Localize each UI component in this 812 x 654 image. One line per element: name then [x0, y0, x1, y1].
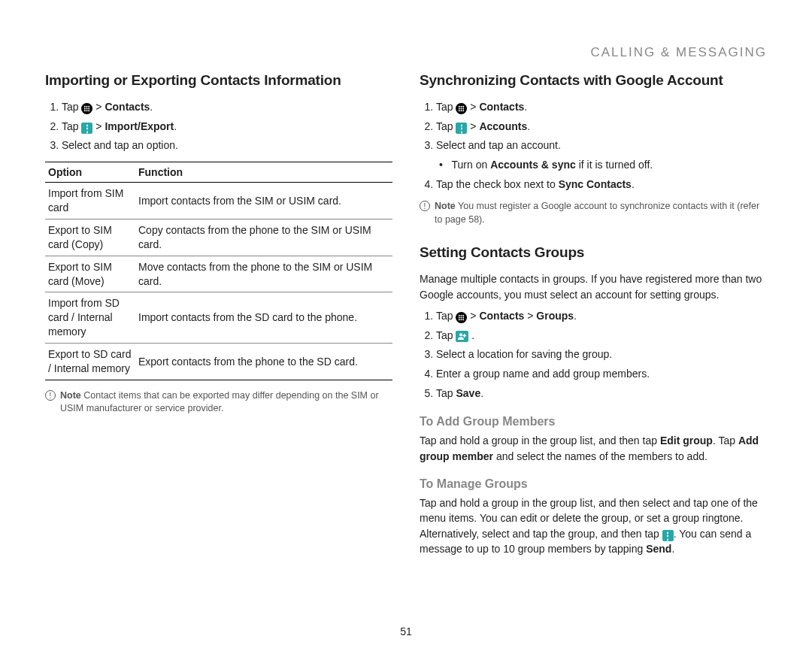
- text: Tap the check box next to: [436, 178, 559, 190]
- svg-point-2: [89, 106, 90, 107]
- text: >: [95, 101, 105, 113]
- accounts-sync-label: Accounts & sync: [490, 159, 576, 171]
- save-label: Save: [456, 387, 480, 399]
- sync-contacts-label: Sync Contacts: [559, 178, 632, 190]
- function-cell: Import contacts from the SD card to the …: [135, 292, 392, 344]
- right-column: Synchronizing Contacts with Google Accou…: [420, 72, 767, 562]
- content-columns: Importing or Exporting Contacts Informat…: [45, 72, 767, 562]
- heading-add-members: To Add Group Members: [420, 415, 767, 428]
- substep: Turn on Accounts & sync if it is turned …: [439, 157, 767, 174]
- text: .: [574, 310, 577, 322]
- svg-rect-29: [463, 335, 467, 336]
- table-row: Export to SIM card (Copy) Copy contacts …: [45, 219, 392, 256]
- section-header: CALLING & MESSAGING: [591, 45, 768, 60]
- svg-point-24: [459, 319, 460, 320]
- text: Tap: [62, 120, 81, 132]
- svg-point-20: [463, 315, 465, 316]
- text: >: [95, 120, 105, 132]
- text: Contact items that can be exported may d…: [60, 390, 379, 414]
- apps-icon: [456, 312, 467, 323]
- note-icon: !: [45, 390, 56, 401]
- steps-groups: Tap > Contacts > Groups. Tap . Select a …: [420, 308, 767, 401]
- text: and select the names of the members to a…: [493, 450, 707, 462]
- svg-point-21: [459, 317, 460, 319]
- text: >: [524, 310, 536, 322]
- svg-point-23: [463, 317, 465, 319]
- option-cell: Export to SIM card (Copy): [45, 219, 135, 256]
- step-2: Tap .: [436, 328, 767, 344]
- manage-groups-text: Tap and hold a group in the group list, …: [420, 495, 767, 556]
- step-3: Select a location for saving the group.: [436, 347, 767, 363]
- col-option: Option: [45, 162, 135, 183]
- substep-list: Turn on Accounts & sync if it is turned …: [436, 157, 767, 174]
- col-function: Function: [135, 162, 392, 183]
- svg-point-17: [463, 110, 465, 111]
- note-label: Note: [60, 390, 81, 401]
- step-1: Tap > Contacts.: [62, 99, 392, 116]
- svg-point-7: [86, 110, 88, 111]
- svg-point-3: [84, 108, 86, 110]
- text: Tap and hold a group in the group list, …: [420, 434, 660, 447]
- note-label: Note: [435, 201, 456, 211]
- text: .: [174, 120, 177, 132]
- note-sync: ! Note You must register a Google accoun…: [420, 200, 767, 226]
- note-import-export: ! Note Contact items that can be exporte…: [45, 389, 392, 416]
- left-column: Importing or Exporting Contacts Informat…: [45, 72, 392, 562]
- svg-point-9: [459, 106, 460, 107]
- table-row: Import from SD card / Internal memory Im…: [45, 292, 392, 344]
- svg-point-22: [461, 317, 462, 319]
- svg-point-18: [459, 315, 460, 316]
- table-row: Export to SD card / Internal memory Expo…: [45, 344, 392, 380]
- contacts-label: Contacts: [479, 310, 524, 322]
- text: .: [480, 387, 483, 399]
- svg-point-12: [459, 108, 460, 110]
- note-text: Note Contact items that can be exported …: [60, 389, 392, 416]
- svg-point-16: [461, 110, 462, 111]
- text: >: [470, 101, 479, 113]
- overflow-menu-icon: ⋮: [81, 123, 92, 134]
- function-cell: Import contacts from the SIM or USIM car…: [135, 183, 392, 220]
- text: if it is turned off.: [576, 159, 653, 171]
- heading-import-export: Importing or Exporting Contacts Informat…: [45, 72, 392, 89]
- svg-point-5: [89, 108, 90, 110]
- text: Tap: [62, 101, 81, 113]
- text: .: [671, 543, 674, 555]
- svg-point-8: [89, 110, 90, 111]
- send-label: Send: [646, 543, 671, 555]
- text: .: [632, 178, 635, 190]
- step-3: Select and tap an account. Turn on Accou…: [436, 138, 767, 173]
- text: Select and tap an account.: [436, 139, 561, 151]
- svg-point-26: [463, 319, 465, 320]
- options-table: Option Function Import from SIM card Imp…: [45, 162, 392, 380]
- text: Turn on: [452, 159, 491, 171]
- page-number: 51: [0, 625, 812, 637]
- step-4: Enter a group name and add group members…: [436, 366, 767, 383]
- text: >: [470, 310, 479, 322]
- function-cell: Move contacts from the phone to the SIM …: [135, 256, 392, 292]
- contacts-label: Contacts: [105, 101, 150, 113]
- text: >: [470, 120, 479, 132]
- overflow-menu-icon: ⋮: [456, 123, 467, 134]
- text: .: [471, 329, 474, 341]
- svg-point-27: [459, 333, 462, 336]
- contacts-label: Contacts: [479, 101, 524, 113]
- step-3: Select and tap an option.: [62, 138, 392, 154]
- text: . Tap: [713, 434, 738, 447]
- overflow-menu-icon: ⋮: [662, 530, 674, 541]
- add-group-icon: [456, 331, 468, 342]
- svg-point-1: [86, 106, 88, 107]
- text: Tap: [436, 329, 456, 341]
- step-4: Tap the check box next to Sync Contacts.: [436, 177, 767, 193]
- table-row: Export to SIM card (Move) Move contacts …: [45, 256, 392, 292]
- option-cell: Import from SIM card: [45, 183, 135, 220]
- option-cell: Export to SD card / Internal memory: [45, 344, 135, 380]
- step-1: Tap > Contacts.: [436, 99, 767, 116]
- import-export-label: Import/Export: [105, 120, 174, 132]
- svg-point-19: [461, 315, 462, 316]
- svg-point-4: [86, 108, 88, 110]
- text: .: [150, 101, 153, 113]
- heading-groups: Setting Contacts Groups: [420, 244, 767, 261]
- function-cell: Copy contacts from the phone to the SIM …: [135, 219, 392, 256]
- svg-point-0: [84, 106, 86, 107]
- svg-point-15: [459, 110, 460, 111]
